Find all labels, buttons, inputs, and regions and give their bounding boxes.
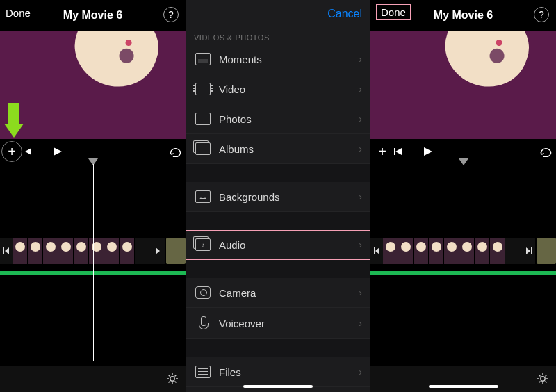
play-icon[interactable] — [51, 146, 63, 157]
settings-button[interactable] — [537, 373, 549, 385]
project-title: My Movie 6 — [63, 9, 122, 22]
editor-panel-right: Done My Movie 6 ? + — [370, 0, 556, 392]
preview-frame-image — [434, 31, 539, 98]
picker-row-video[interactable]: Video › — [186, 74, 370, 104]
chevron-right-icon: › — [359, 113, 362, 124]
home-indicator[interactable] — [429, 385, 498, 388]
picker-section-label: VIDEOS & PHOTOS — [186, 28, 370, 44]
chevron-right-icon: › — [359, 191, 362, 202]
picker-row-label: Photos — [219, 113, 252, 125]
chevron-right-icon: › — [359, 143, 362, 154]
list-spacer — [186, 164, 370, 182]
picker-row-label: Camera — [219, 287, 256, 299]
picker-row-moments[interactable]: Moments › — [186, 44, 370, 74]
picker-row-label: Files — [219, 366, 241, 378]
clip-start-handle[interactable] — [370, 238, 383, 264]
timeline[interactable] — [370, 164, 556, 392]
home-indicator[interactable] — [243, 385, 313, 388]
done-button[interactable]: Done — [376, 4, 411, 20]
picker-row-label: Video — [219, 83, 245, 95]
audio-icon — [195, 238, 211, 251]
preview-frame-image — [64, 31, 168, 98]
project-title: My Movie 6 — [434, 9, 493, 22]
microphone-icon — [195, 316, 211, 330]
list-spacer — [186, 212, 370, 230]
camera-icon — [195, 286, 211, 299]
albums-icon — [195, 142, 211, 155]
picker-row-albums[interactable]: Albums › — [186, 134, 370, 164]
add-media-button[interactable]: + — [372, 141, 393, 162]
svg-point-1 — [541, 377, 545, 381]
tutorial-arrow-icon — [4, 103, 24, 138]
picker-row-voiceover[interactable]: Voiceover › — [186, 308, 370, 339]
timeline-footer — [370, 366, 556, 392]
picker-row-label: Voiceover — [219, 318, 265, 329]
photos-icon — [195, 113, 211, 125]
picker-row-backgrounds[interactable]: Backgrounds › — [186, 182, 370, 212]
skip-back-icon[interactable] — [393, 147, 402, 156]
chevron-right-icon: › — [359, 54, 362, 65]
chevron-right-icon: › — [359, 318, 362, 329]
header: Done My Movie 6 ? — [0, 0, 186, 31]
clip-start-handle[interactable] — [0, 238, 13, 264]
media-picker-panel: Cancel VIDEOS & PHOTOS Moments › Video ›… — [186, 0, 370, 392]
clip-end-handle[interactable] — [523, 238, 535, 264]
moments-icon — [195, 53, 211, 65]
chevron-right-icon: › — [359, 287, 362, 298]
picker-row-label: Backgrounds — [219, 191, 280, 203]
help-button[interactable]: ? — [534, 7, 549, 22]
add-media-button[interactable]: + — [1, 141, 22, 162]
chevron-right-icon: › — [359, 83, 362, 95]
chevron-right-icon: › — [359, 366, 362, 377]
picker-row-audio[interactable]: Audio › — [186, 230, 370, 260]
picker-row-label: Audio — [219, 239, 245, 251]
timeline-footer — [0, 366, 186, 392]
video-clip[interactable] — [383, 238, 523, 264]
skip-back-icon[interactable] — [22, 147, 32, 156]
picker-header: Cancel — [186, 0, 370, 28]
play-icon[interactable] — [422, 146, 433, 157]
clip-end-handle[interactable] — [152, 238, 165, 264]
picker-row-files[interactable]: Files › — [186, 357, 370, 387]
chevron-right-icon: › — [359, 239, 362, 250]
transition-clip[interactable] — [537, 238, 556, 264]
files-icon — [195, 366, 211, 378]
settings-button[interactable] — [166, 373, 179, 385]
timeline[interactable] — [0, 164, 186, 392]
undo-icon[interactable] — [539, 146, 552, 157]
svg-point-0 — [170, 377, 174, 381]
picker-row-label: Albums — [219, 143, 254, 155]
picker-row-camera[interactable]: Camera › — [186, 278, 370, 308]
video-clip[interactable] — [13, 238, 152, 264]
cancel-button[interactable]: Cancel — [327, 8, 362, 20]
backgrounds-icon — [195, 190, 211, 203]
list-spacer — [186, 339, 370, 357]
header: Done My Movie 6 ? — [370, 0, 556, 31]
video-preview — [370, 31, 556, 139]
playhead-line[interactable] — [93, 164, 94, 361]
playhead-line[interactable] — [464, 164, 464, 361]
picker-list: Moments › Video › Photos › Albums › — [186, 44, 370, 387]
help-button[interactable]: ? — [163, 7, 179, 22]
picker-row-photos[interactable]: Photos › — [186, 104, 370, 134]
transition-clip[interactable] — [166, 238, 186, 264]
video-icon — [195, 83, 211, 95]
video-preview — [0, 31, 186, 139]
done-button[interactable]: Done — [6, 7, 31, 19]
list-spacer — [186, 260, 370, 278]
undo-icon[interactable] — [169, 146, 181, 157]
editor-panel-left: Done My Movie 6 ? + — [0, 0, 186, 392]
picker-row-label: Moments — [219, 54, 262, 65]
